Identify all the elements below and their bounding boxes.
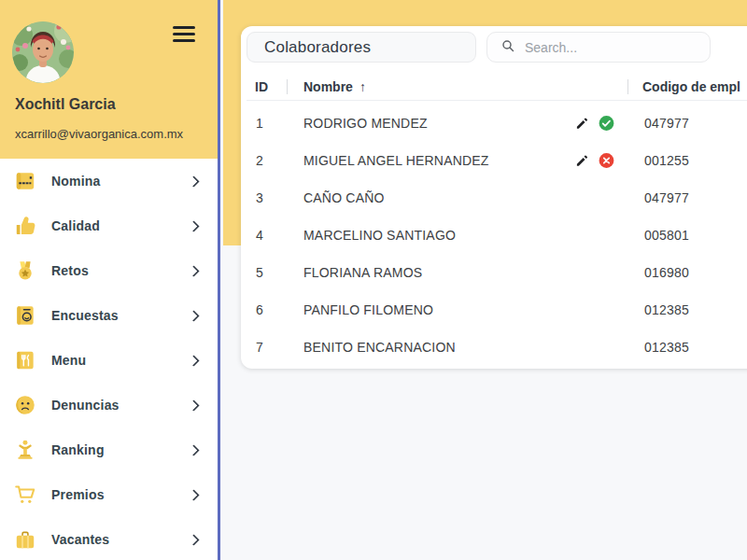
- cell-codigo: 047977: [644, 190, 689, 205]
- survey-book-icon: [13, 303, 37, 328]
- table-body: 1 RODRIGO MENDEZ 047977 2 MIGUEL ANGEL H…: [247, 101, 747, 366]
- hamburger-menu-icon[interactable]: [173, 26, 195, 42]
- chevron-right-icon: [188, 534, 200, 546]
- search-box[interactable]: [486, 32, 711, 63]
- sidebar-item-label: Ranking: [51, 442, 105, 457]
- sidebar-item-label: Denuncias: [51, 398, 120, 413]
- chevron-right-icon: [188, 220, 200, 232]
- cell-nombre: FLORIANA RAMOS: [303, 265, 422, 280]
- table-header: ID Nombre↑ Codigo de empl: [247, 73, 747, 101]
- sidebar-item-menu[interactable]: Menu: [0, 338, 218, 383]
- cell-codigo: 016980: [644, 265, 689, 280]
- sidebar-item-label: Retos: [51, 263, 89, 278]
- sidebar-item-retos[interactable]: Retos: [0, 248, 218, 293]
- user-name: Xochitl Garcia: [15, 96, 116, 113]
- table-row[interactable]: 3 CAÑO CAÑO 047977: [247, 179, 747, 217]
- cell-codigo: 005801: [644, 228, 689, 243]
- main-area: Colaboradores ID Nombre↑ Codigo de empl: [223, 0, 747, 560]
- cell-nombre: PANFILO FILOMENO: [303, 302, 433, 317]
- status-inactive-icon[interactable]: [598, 152, 615, 170]
- cell-codigo: 001255: [644, 153, 689, 168]
- cell-id: 7: [256, 340, 263, 355]
- sidebar-item-label: Encuestas: [51, 308, 119, 323]
- chevron-right-icon: [188, 175, 200, 188]
- user-email: xcarrillo@vivaorganica.com.mx: [15, 127, 183, 141]
- cell-id: 1: [256, 116, 263, 131]
- cutlery-icon: [13, 348, 37, 372]
- sidebar-item-nomina[interactable]: Nomina: [0, 159, 218, 203]
- table-row[interactable]: 1 RODRIGO MENDEZ 047977: [247, 105, 747, 142]
- sidebar-item-vacantes[interactable]: Vacantes: [0, 517, 218, 560]
- column-header-nombre[interactable]: Nombre↑: [303, 79, 366, 94]
- sort-asc-icon: ↑: [359, 79, 366, 94]
- app-window: Xochitl Garcia xcarrillo@vivaorganica.co…: [0, 0, 747, 560]
- sidebar-item-encuestas[interactable]: Encuestas: [0, 293, 218, 338]
- cell-codigo: 047977: [644, 116, 689, 131]
- thumbs-up-icon: [13, 214, 37, 238]
- table-row[interactable]: 7 BENITO ENCARNACION 012385: [247, 329, 747, 366]
- edit-pencil-icon[interactable]: [575, 117, 589, 131]
- search-input[interactable]: [525, 40, 700, 55]
- sidebar-item-denuncias[interactable]: Denuncias: [0, 383, 218, 427]
- cell-id: 6: [256, 302, 263, 317]
- sidebar-item-label: Nomina: [51, 174, 101, 189]
- table-row[interactable]: 5 FLORIANA RAMOS 016980: [247, 254, 747, 291]
- table-row[interactable]: 6 PANFILO FILOMENO 012385: [247, 291, 747, 329]
- sidebar-item-ranking[interactable]: Ranking: [0, 427, 218, 472]
- edit-pencil-icon[interactable]: [575, 154, 589, 168]
- column-header-codigo[interactable]: Codigo de empl: [642, 79, 740, 94]
- row-actions: [575, 115, 615, 133]
- search-icon: [500, 38, 515, 57]
- shopping-cart-icon: [13, 483, 37, 507]
- trophy-podium-icon: [13, 438, 37, 462]
- chevron-right-icon: [188, 489, 200, 501]
- sidebar-item-label: Menu: [51, 353, 86, 368]
- column-header-id[interactable]: ID: [255, 79, 268, 94]
- chevron-right-icon: [188, 265, 200, 277]
- collaborators-card: Colaboradores ID Nombre↑ Codigo de empl: [241, 26, 747, 369]
- chevron-right-icon: [188, 444, 200, 456]
- sidebar-item-label: Vacantes: [51, 532, 109, 547]
- page-title: Colaboradores: [247, 32, 476, 63]
- cell-nombre: RODRIGO MENDEZ: [303, 116, 428, 131]
- sidebar-item-calidad[interactable]: Calidad: [0, 203, 218, 248]
- sidebar: Xochitl Garcia xcarrillo@vivaorganica.co…: [0, 0, 220, 560]
- header-divider: [627, 79, 628, 94]
- sidebar-item-label: Calidad: [51, 218, 100, 233]
- cell-nombre: BENITO ENCARNACION: [303, 340, 456, 355]
- sidebar-item-label: Premios: [51, 487, 105, 502]
- sad-face-icon: [13, 393, 37, 417]
- header-divider: [287, 79, 288, 94]
- sidebar-item-premios[interactable]: Premios: [0, 472, 218, 517]
- cell-nombre: CAÑO CAÑO: [303, 190, 385, 205]
- cell-id: 5: [256, 265, 263, 280]
- table-row[interactable]: 2 MIGUEL ANGEL HERNANDEZ 001255: [247, 142, 747, 179]
- card-toolbar: Colaboradores: [247, 32, 747, 63]
- cell-id: 2: [256, 153, 263, 168]
- cell-nombre: MIGUEL ANGEL HERNANDEZ: [303, 153, 489, 168]
- column-label: Nombre: [303, 79, 353, 94]
- briefcase-icon: [13, 527, 37, 552]
- row-actions: [575, 152, 615, 170]
- chevron-right-icon: [188, 310, 200, 322]
- cell-id: 3: [256, 190, 263, 205]
- cell-nombre: MARCELINO SANTIAGO: [303, 228, 456, 243]
- status-active-icon[interactable]: [598, 115, 615, 133]
- table-row[interactable]: 4 MARCELINO SANTIAGO 005801: [247, 217, 747, 254]
- cell-codigo: 012385: [644, 302, 689, 317]
- cell-id: 4: [256, 228, 263, 243]
- avatar[interactable]: [12, 21, 74, 83]
- sidebar-header: Xochitl Garcia xcarrillo@vivaorganica.co…: [0, 0, 218, 159]
- medal-star-icon: [13, 259, 37, 283]
- payroll-card-icon: [13, 169, 37, 193]
- chevron-right-icon: [188, 355, 200, 367]
- cell-codigo: 012385: [644, 340, 689, 355]
- chevron-right-icon: [188, 399, 200, 412]
- sidebar-menu: Nomina Calidad Retos Encuestas Menu Denu…: [0, 159, 218, 560]
